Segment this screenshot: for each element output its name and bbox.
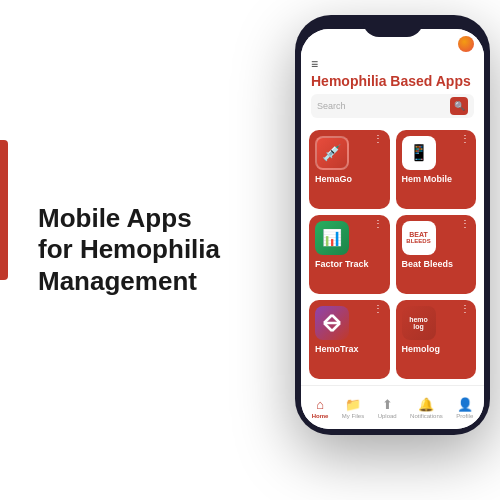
app-card-hemago[interactable]: ⋮ 💉 HemaGo <box>309 130 390 209</box>
myfiles-icon: 📁 <box>345 397 361 412</box>
app-name-hemotrax: HemoTrax <box>315 344 384 355</box>
app-name-beatbleeds: Beat Bleeds <box>402 259 471 270</box>
phone-body: ≡ Hemophilia Based Apps Search 🔍 ⋮ 💉 <box>295 15 490 435</box>
app-name-hemago: HemaGo <box>315 174 384 185</box>
screen-header: ≡ Hemophilia Based Apps Search 🔍 <box>301 53 484 124</box>
app-card-beatbleeds[interactable]: ⋮ BEAT BLEEDS Beat Bleeds <box>396 215 477 294</box>
main-headline: Mobile Apps for Hemophilia Management <box>20 203 220 297</box>
app-name-hemmobile: Hem Mobile <box>402 174 471 185</box>
app-card-hemmobile[interactable]: ⋮ 📱 Hem Mobile <box>396 130 477 209</box>
home-icon: ⌂ <box>316 397 324 412</box>
card-menu-dots[interactable]: ⋮ <box>373 134 384 144</box>
app-card-hemolog[interactable]: ⋮ hemolog Hemolog <box>396 300 477 379</box>
nav-label-upload: Upload <box>378 413 397 419</box>
nav-label-home: Home <box>312 413 329 419</box>
app-name-hemolog: Hemolog <box>402 344 471 355</box>
nav-label-myfiles: My Files <box>342 413 364 419</box>
card-menu-dots[interactable]: ⋮ <box>460 219 471 229</box>
hemotrax-icon <box>315 306 349 340</box>
left-section: Mobile Apps for Hemophilia Management <box>0 0 220 500</box>
hamburger-icon[interactable]: ≡ <box>311 57 474 71</box>
nav-item-upload[interactable]: ⬆ Upload <box>378 397 397 419</box>
nav-item-myfiles[interactable]: 📁 My Files <box>342 397 364 419</box>
app-name-factortrack: Factor Track <box>315 259 384 270</box>
phone-notch <box>363 15 423 37</box>
upload-icon: ⬆ <box>382 397 393 412</box>
search-button[interactable]: 🔍 <box>450 97 468 115</box>
factortrack-icon: 📊 <box>315 221 349 255</box>
search-placeholder: Search <box>317 101 450 111</box>
nav-item-notifications[interactable]: 🔔 Notifications <box>410 397 443 419</box>
nav-item-profile[interactable]: 👤 Profile <box>456 397 473 419</box>
nav-label-profile: Profile <box>456 413 473 419</box>
card-menu-dots[interactable]: ⋮ <box>460 304 471 314</box>
phone-screen: ≡ Hemophilia Based Apps Search 🔍 ⋮ 💉 <box>301 29 484 429</box>
app-card-hemotrax[interactable]: ⋮ HemoTrax <box>309 300 390 379</box>
hemolog-icon: hemolog <box>402 306 436 340</box>
bottom-nav: ⌂ Home 📁 My Files ⬆ Upload 🔔 Notificatio… <box>301 385 484 429</box>
screen-content: ≡ Hemophilia Based Apps Search 🔍 ⋮ 💉 <box>301 53 484 385</box>
status-dot <box>458 36 474 52</box>
nav-item-home[interactable]: ⌂ Home <box>312 397 329 419</box>
red-accent-bar <box>0 140 8 280</box>
card-menu-dots[interactable]: ⋮ <box>373 219 384 229</box>
notifications-icon: 🔔 <box>418 397 434 412</box>
phone-mockup: ≡ Hemophilia Based Apps Search 🔍 ⋮ 💉 <box>295 15 490 435</box>
app-card-factortrack[interactable]: ⋮ 📊 Factor Track <box>309 215 390 294</box>
nav-label-notifications: Notifications <box>410 413 443 419</box>
search-bar[interactable]: Search 🔍 <box>311 94 474 118</box>
apps-grid: ⋮ 💉 HemaGo ⋮ 📱 Hem Mobile <box>301 124 484 385</box>
hemotrax-svg <box>321 312 343 334</box>
hemmobile-icon: 📱 <box>402 136 436 170</box>
hemago-icon: 💉 <box>315 136 349 170</box>
screen-title: Hemophilia Based Apps <box>311 73 474 90</box>
profile-icon: 👤 <box>457 397 473 412</box>
beatbleeds-icon: BEAT BLEEDS <box>402 221 436 255</box>
card-menu-dots[interactable]: ⋮ <box>460 134 471 144</box>
card-menu-dots[interactable]: ⋮ <box>373 304 384 314</box>
